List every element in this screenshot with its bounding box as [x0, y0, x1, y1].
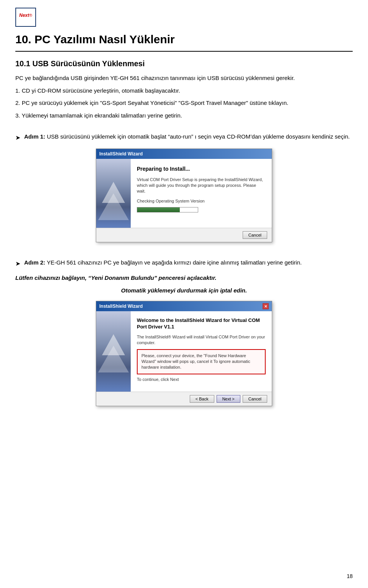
logo: Next® [15, 8, 36, 27]
wizard1-cancel-btn[interactable]: Cancel [243, 231, 267, 239]
logo-trademark: ® [29, 13, 32, 18]
step2: 2. PC ye sürücüyü yüklemek için "GS-Spor… [15, 99, 353, 108]
bullet2: ➤ Adım 2: YE-GH 561 cihazınızı PC ye bağ… [15, 258, 353, 268]
wizard1-content: Preparing to Install... Virtual COM Port… [131, 159, 272, 228]
notice1-bold: Lütfen cihazınızı bağlayın, “Yeni Donanı… [15, 274, 353, 283]
section1-title: 10.1 USB Sürücüsünün Yüklenmesi [15, 58, 353, 69]
wizard1-body1: Virtual COM Port Driver Setup is prepari… [137, 177, 266, 194]
wizard2-body1: The InstallShield® Wizard will install V… [137, 334, 266, 346]
wizard2-window: InstallShield Wizard ✕ Welcome to the In… [96, 301, 272, 406]
wizard2-highlighted: Please, connect your device, the "Found … [137, 349, 266, 374]
wizard2-title-text: InstallShield Wizard [99, 303, 143, 310]
wizard2-close-btn[interactable]: ✕ [263, 303, 269, 309]
logo-area: Next® [15, 8, 353, 27]
step3: 3. Yüklemeyi tamamlamak için ekrandaki t… [15, 111, 353, 120]
wizard2-heading: Welcome to the InstallShield Wizard for … [137, 317, 266, 330]
wizard2-side-image [96, 311, 131, 392]
wizard1-progress-label: Checking Operating System Version [137, 198, 266, 204]
step1: 1. CD yi CD-ROM sürücüsüne yerleştirin, … [15, 87, 353, 95]
bullet2-arrow: ➤ [15, 259, 20, 268]
wizard2-footer-text: To continue, click Next [137, 377, 266, 382]
wizard2-body: Welcome to the InstallShield Wizard for … [96, 311, 272, 392]
bullet1-text: USB sürücüsünü yüklemek için otomatik ba… [45, 133, 350, 140]
wizard2-cancel-btn[interactable]: Cancel [243, 395, 267, 403]
wizard1-side-image [96, 159, 131, 228]
wizard1-body: Preparing to Install... Virtual COM Port… [96, 159, 272, 228]
wizard2-content: Welcome to the InstallShield Wizard for … [131, 311, 272, 392]
wizard1-window: InstallShield Wizard Preparing to Instal… [96, 149, 272, 242]
wizard2-titlebar: InstallShield Wizard ✕ [96, 301, 272, 311]
wizard2-next-btn[interactable]: Next > [217, 395, 240, 403]
logo-text: Next [19, 13, 29, 18]
page-title: 10. PC Yazılımı Nasıl Yüklenir [15, 31, 353, 48]
triangle2 [98, 193, 129, 220]
section1-intro: PC ye bağlandığında USB girişinden YE-GH… [15, 74, 353, 83]
wizard1-titlebar: InstallShield Wizard [96, 149, 272, 159]
bullet1-content: Adım 1: USB sürücüsünü yüklemek için oto… [24, 132, 353, 141]
bullet2-bold: Adım 2: [24, 259, 45, 266]
screenshot1-container: InstallShield Wizard Preparing to Instal… [15, 149, 353, 242]
bullet1-arrow: ➤ [15, 133, 20, 142]
bullet1-bold: Adım 1: [24, 133, 45, 140]
wizard1-progress-bar [137, 207, 198, 212]
triangle4 [98, 346, 129, 372]
wizard2-footer: < Back Next > Cancel [96, 392, 272, 406]
notice1-bold-text: Lütfen cihazınızı bağlayın, “Yeni Donanı… [15, 274, 217, 281]
wizard1-title-text: InstallShield Wizard [99, 150, 143, 157]
wizard1-progress-fill [137, 207, 180, 212]
wizard1-heading: Preparing to Install... [137, 165, 266, 173]
bullet1: ➤ Adım 1: USB sürücüsünü yüklemek için o… [15, 132, 353, 142]
notice1-text: Otomatik yüklemeyi durdurmak için iptal … [15, 286, 353, 295]
wizard2-back-btn[interactable]: < Back [190, 395, 214, 403]
title-divider [15, 51, 353, 52]
screenshot2-container: InstallShield Wizard ✕ Welcome to the In… [15, 301, 353, 406]
page-number: 18 [347, 572, 353, 580]
bullet2-content: Adım 2: YE-GH 561 cihazınızı PC ye bağla… [24, 258, 353, 267]
bullet2-text: YE-GH 561 cihazınızı PC ye bağlayın ve a… [45, 259, 302, 266]
wizard1-footer: Cancel [96, 228, 272, 242]
